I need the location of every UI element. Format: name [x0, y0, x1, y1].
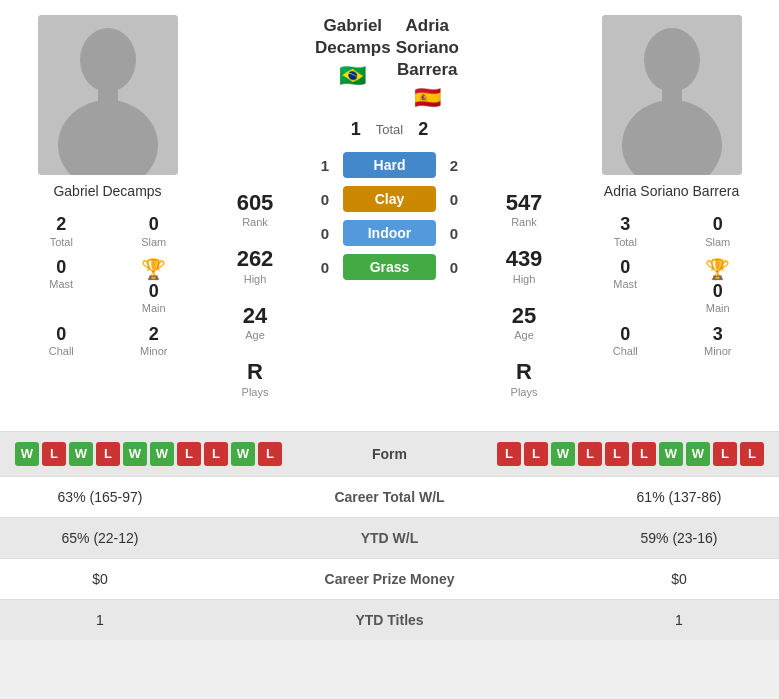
player1-age-block: 24 Age — [243, 303, 267, 341]
player1-rank-value: 605 — [237, 190, 274, 216]
hard-p2-score: 2 — [444, 157, 464, 174]
player1-top-stats: 2 Total 0 Slam — [15, 211, 200, 252]
player2-minor-label: Minor — [704, 345, 732, 358]
player1-card: Gabriel Decamps 2 Total 0 Slam 0 Mast 🏆 — [15, 15, 200, 416]
player2-mast-stat: 0 Mast — [579, 254, 672, 319]
svg-point-5 — [644, 28, 700, 92]
form-badge: W — [659, 442, 683, 466]
player2-age-value: 25 — [512, 303, 536, 329]
player2-mast-value: 0 — [620, 257, 630, 279]
stats-label: YTD Titles — [200, 599, 579, 640]
player2-rank-block: 547 Rank — [506, 190, 543, 228]
player1-total-label: Total — [50, 236, 73, 249]
player1-mast-value: 0 — [56, 257, 66, 279]
player1-high-label: High — [237, 273, 274, 285]
hard-badge: Hard — [343, 152, 436, 178]
player1-high-block: 262 High — [237, 246, 274, 284]
p1-name-header: GabrielDecamps 🇧🇷 — [315, 15, 391, 111]
player1-slam-stat: 0 Slam — [108, 211, 201, 252]
player1-avatar — [38, 15, 178, 175]
stats-row: 63% (165-97) Career Total W/L 61% (137-8… — [0, 476, 779, 517]
player2-slam-label: Slam — [705, 236, 730, 249]
p2-name-text: Adria SorianoBarrera — [391, 15, 464, 81]
form-badge: L — [605, 442, 629, 466]
player1-slam-label: Slam — [141, 236, 166, 249]
indoor-badge: Indoor — [343, 220, 436, 246]
grass-p1-score: 0 — [315, 259, 335, 276]
stats-p2-value: $0 — [579, 558, 779, 599]
player1-slam-value: 0 — [149, 214, 159, 236]
player2-high-block: 439 High — [506, 246, 543, 284]
stats-p1-value: 1 — [0, 599, 200, 640]
p1-flag: 🇧🇷 — [315, 63, 391, 89]
indoor-p1-score: 0 — [315, 225, 335, 242]
indoor-p2-score: 0 — [444, 225, 464, 242]
player2-high-label: High — [506, 273, 543, 285]
surface-row-indoor: 0 Indoor 0 — [315, 220, 464, 246]
player2-name: Adria Soriano Barrera — [604, 183, 739, 199]
player2-main-label: Main — [706, 302, 730, 315]
player2-high-value: 439 — [506, 246, 543, 272]
stats-label: Career Total W/L — [200, 476, 579, 517]
player2-form: LLWLLLWWLL — [497, 442, 764, 466]
player2-chall-stat: 0 Chall — [579, 321, 672, 362]
form-badge: W — [15, 442, 39, 466]
surface-row-clay: 0 Clay 0 — [315, 186, 464, 212]
player2-top-stats: 3 Total 0 Slam — [579, 211, 764, 252]
clay-badge: Clay — [343, 186, 436, 212]
player2-mast-label: Mast — [613, 278, 637, 291]
player2-total-value: 3 — [620, 214, 630, 236]
player1-age-label: Age — [243, 329, 267, 341]
form-badge: W — [150, 442, 174, 466]
form-badge: L — [524, 442, 548, 466]
player1-bot-stats: 0 Chall 2 Minor — [15, 321, 200, 362]
svg-point-1 — [80, 28, 136, 92]
form-badge: W — [686, 442, 710, 466]
player1-plays-block: R Plays — [242, 359, 269, 397]
player1-chall-value: 0 — [56, 324, 66, 346]
player2-plays-label: Plays — [511, 386, 538, 398]
player1-total-value: 2 — [56, 214, 66, 236]
surface-row-hard: 1 Hard 2 — [315, 152, 464, 178]
player2-trophy-icon: 🏆 — [705, 257, 730, 281]
player2-age-block: 25 Age — [512, 303, 536, 341]
center-column: GabrielDecamps 🇧🇷 Adria SorianoBarrera 🇪… — [310, 15, 469, 416]
player2-rank-value: 547 — [506, 190, 543, 216]
player1-name: Gabriel Decamps — [53, 183, 161, 199]
hard-p1-score: 1 — [315, 157, 335, 174]
p2-total-score: 2 — [418, 119, 428, 140]
grass-badge: Grass — [343, 254, 436, 280]
player1-chall-label: Chall — [49, 345, 74, 358]
player2-card: Adria Soriano Barrera 3 Total 0 Slam 0 M… — [579, 15, 764, 416]
svg-rect-7 — [662, 87, 682, 107]
stats-table: 63% (165-97) Career Total W/L 61% (137-8… — [0, 476, 779, 640]
player1-mid-panel: 605 Rank 262 High 24 Age R Plays — [200, 15, 310, 416]
total-label: Total — [376, 122, 403, 137]
player2-age-label: Age — [512, 329, 536, 341]
player2-minor-value: 3 — [713, 324, 723, 346]
player1-plays-value: R — [242, 359, 269, 385]
player1-trophy-stat: 🏆 0 Main — [108, 254, 201, 319]
stats-label: YTD W/L — [200, 517, 579, 558]
svg-rect-3 — [98, 87, 118, 107]
p2-flag: 🇪🇸 — [391, 85, 464, 111]
player2-chall-value: 0 — [620, 324, 630, 346]
player1-rank-block: 605 Rank — [237, 190, 274, 228]
player1-rank-label: Rank — [237, 216, 274, 228]
form-badge: L — [42, 442, 66, 466]
player2-slam-stat: 0 Slam — [672, 211, 765, 252]
stats-p1-value: 65% (22-12) — [0, 517, 200, 558]
player2-plays-value: R — [511, 359, 538, 385]
stats-label: Career Prize Money — [200, 558, 579, 599]
form-badge: L — [258, 442, 282, 466]
form-badge: L — [96, 442, 120, 466]
player2-slam-value: 0 — [713, 214, 723, 236]
surface-row-grass: 0 Grass 0 — [315, 254, 464, 280]
player2-mid-stats: 0 Mast 🏆 0 Main — [579, 254, 764, 319]
stats-p2-value: 59% (23-16) — [579, 517, 779, 558]
clay-p1-score: 0 — [315, 191, 335, 208]
form-badge: L — [632, 442, 656, 466]
stats-p1-value: $0 — [0, 558, 200, 599]
form-badge: L — [740, 442, 764, 466]
stats-p2-value: 1 — [579, 599, 779, 640]
